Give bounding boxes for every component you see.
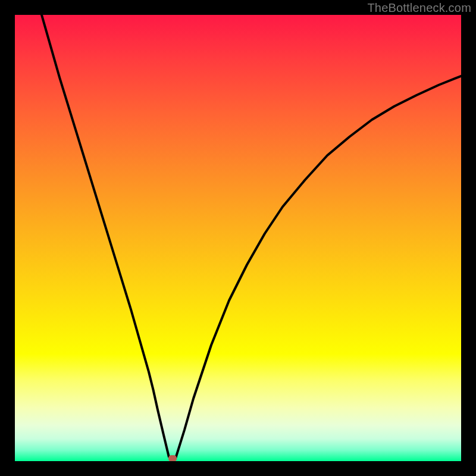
chart-frame: TheBottleneck.com (0, 0, 476, 476)
bottleneck-curve (15, 15, 461, 461)
minimum-marker (168, 455, 177, 461)
plot-area (15, 15, 461, 461)
watermark-text: TheBottleneck.com (367, 1, 471, 15)
